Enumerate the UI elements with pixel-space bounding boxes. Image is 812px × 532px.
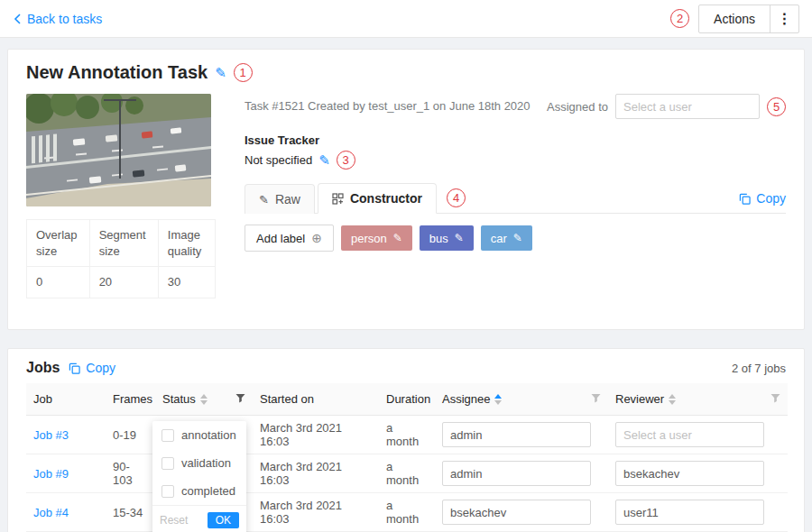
- jobs-table: Job Frames Status Started on Duration As…: [26, 383, 788, 532]
- jobs-card: Jobs Copy 2 of 7 jobs Job Frames Status: [7, 348, 805, 532]
- reviewer-filter-icon[interactable]: [770, 392, 780, 406]
- task-params-table: Overlap size Segment size Image quality …: [26, 219, 216, 298]
- copy-jobs-link[interactable]: Copy: [69, 361, 115, 375]
- checkbox-completed[interactable]: [161, 485, 174, 498]
- col-status[interactable]: Status: [155, 383, 253, 416]
- label-pill-car[interactable]: car ✎: [481, 225, 532, 251]
- checkbox-annotation[interactable]: [161, 429, 174, 442]
- filter-reset-button[interactable]: Reset: [160, 514, 188, 527]
- chevron-left-icon: [13, 13, 22, 25]
- filter-option-validation-label: validation: [181, 456, 231, 470]
- param-value-segment: 20: [89, 267, 158, 298]
- copy-labels-link[interactable]: Copy: [739, 191, 786, 213]
- frames-cell: 90-103: [106, 454, 155, 493]
- step-badge-4: 4: [447, 188, 466, 207]
- col-frames: Frames: [106, 383, 155, 416]
- plus-circle-icon: ⊕: [311, 231, 322, 245]
- job-link[interactable]: Job #4: [33, 506, 69, 519]
- tab-raw[interactable]: ✎ Raw: [245, 184, 315, 214]
- assignee-input[interactable]: [442, 422, 591, 447]
- task-meta-row: Task #1521 Created by test_user_1 on Jun…: [245, 94, 786, 119]
- labels-row: Add label ⊕ person ✎ bus ✎ car ✎: [245, 214, 786, 313]
- label-pill-person[interactable]: person ✎: [341, 225, 412, 251]
- reviewer-input[interactable]: [615, 461, 764, 486]
- edit-label-icon[interactable]: ✎: [455, 232, 464, 244]
- param-header-quality: Image quality: [158, 220, 215, 267]
- job-row: Job #9 90-103 March 3rd 2021 16:03 a mon…: [26, 454, 788, 493]
- started-cell: March 3rd 2021 16:03: [253, 493, 379, 532]
- job-link[interactable]: Job #3: [33, 428, 69, 442]
- tab-raw-label: Raw: [275, 192, 300, 206]
- reviewer-input[interactable]: [615, 422, 764, 447]
- task-body: Overlap size Segment size Image quality …: [26, 94, 786, 313]
- frames-cell: 15-34: [106, 493, 155, 532]
- task-meta: Task #1521 Created by test_user_1 on Jun…: [245, 94, 531, 113]
- assigned-to-input[interactable]: [615, 94, 760, 119]
- param-header-overlap: Overlap size: [27, 220, 90, 267]
- label-pill-bus[interactable]: bus ✎: [420, 225, 474, 251]
- task-preview-image: [26, 94, 211, 206]
- assigned-to-label: Assigned to: [547, 100, 608, 114]
- duration-cell: a month: [379, 454, 435, 493]
- step-badge-2: 2: [670, 9, 689, 28]
- edit-title-icon[interactable]: ✎: [215, 65, 226, 81]
- topbar: Back to tasks 2 Actions ⋮: [0, 0, 812, 38]
- label-car-text: car: [491, 232, 507, 245]
- label-bus-text: bus: [429, 232, 448, 245]
- jobs-header: Jobs Copy 2 of 7 jobs: [26, 360, 786, 376]
- assigned-to-block: Assigned to 5: [547, 94, 786, 119]
- col-started: Started on: [253, 383, 379, 416]
- assignee-sort-icon[interactable]: [494, 394, 502, 405]
- duration-cell: a month: [379, 416, 435, 454]
- actions-menu-button[interactable]: ⋮: [770, 5, 798, 32]
- filter-option-validation[interactable]: validation: [152, 449, 246, 477]
- jobs-count: 2 of 7 jobs: [732, 362, 786, 375]
- filter-option-completed-label: completed: [181, 484, 235, 498]
- col-assignee-label: Assignee: [442, 392, 490, 406]
- tab-constructor-label: Constructor: [350, 191, 422, 206]
- status-sort-icon[interactable]: [200, 394, 208, 405]
- actions-button-group: Actions ⋮: [698, 5, 799, 33]
- edit-label-icon[interactable]: ✎: [513, 232, 522, 244]
- edit-label-icon[interactable]: ✎: [393, 232, 402, 244]
- filter-option-annotation[interactable]: annotation: [152, 421, 246, 449]
- param-header-segment: Segment size: [89, 220, 158, 267]
- edit-issue-tracker-icon[interactable]: ✎: [318, 152, 330, 169]
- back-to-tasks-link[interactable]: Back to tasks: [13, 12, 102, 26]
- kebab-icon: ⋮: [778, 11, 792, 26]
- reviewer-sort-icon[interactable]: [669, 394, 676, 405]
- started-cell: March 3rd 2021 16:03: [253, 416, 379, 454]
- status-filter-icon[interactable]: [235, 392, 245, 406]
- constructor-blocks-icon: [332, 193, 344, 205]
- col-assignee[interactable]: Assignee: [435, 383, 608, 416]
- jobs-title: Jobs: [26, 360, 60, 376]
- reviewer-input[interactable]: [615, 500, 764, 525]
- actions-button[interactable]: Actions: [699, 5, 770, 32]
- pencil-icon: ✎: [259, 193, 269, 206]
- col-reviewer[interactable]: Reviewer: [608, 383, 788, 416]
- col-duration: Duration: [379, 383, 435, 416]
- status-filter-dropdown: annotation validation completed Reset OK: [152, 421, 246, 532]
- job-row: Job #3 0-19 March 3rd 2021 16:03 a month: [26, 416, 788, 454]
- assignee-filter-icon[interactable]: [591, 392, 601, 406]
- task-right-column: Task #1521 Created by test_user_1 on Jun…: [245, 94, 786, 313]
- frames-cell: 0-19: [106, 416, 155, 454]
- add-label-text: Add label: [256, 232, 305, 245]
- copy-icon: [69, 362, 80, 374]
- task-title-row: New Annotation Task ✎ 1: [26, 62, 786, 83]
- filter-ok-button[interactable]: OK: [208, 512, 239, 528]
- tab-constructor[interactable]: Constructor: [318, 183, 437, 214]
- job-link[interactable]: Job #9: [33, 467, 69, 481]
- add-label-button[interactable]: Add label ⊕: [245, 225, 334, 252]
- issue-tracker-value: Not specified: [245, 153, 312, 167]
- assignee-input[interactable]: [442, 461, 591, 486]
- assignee-input[interactable]: [442, 500, 591, 525]
- copy-jobs-label: Copy: [86, 361, 115, 375]
- step-badge-3: 3: [337, 151, 355, 170]
- checkbox-validation[interactable]: [161, 457, 174, 470]
- col-reviewer-label: Reviewer: [615, 392, 664, 406]
- filter-option-annotation-label: annotation: [181, 428, 236, 442]
- filter-option-completed[interactable]: completed: [152, 477, 246, 505]
- step-badge-1: 1: [234, 63, 253, 82]
- job-row: Job #4 15-34 March 3rd 2021 16:03 a mont…: [26, 493, 788, 532]
